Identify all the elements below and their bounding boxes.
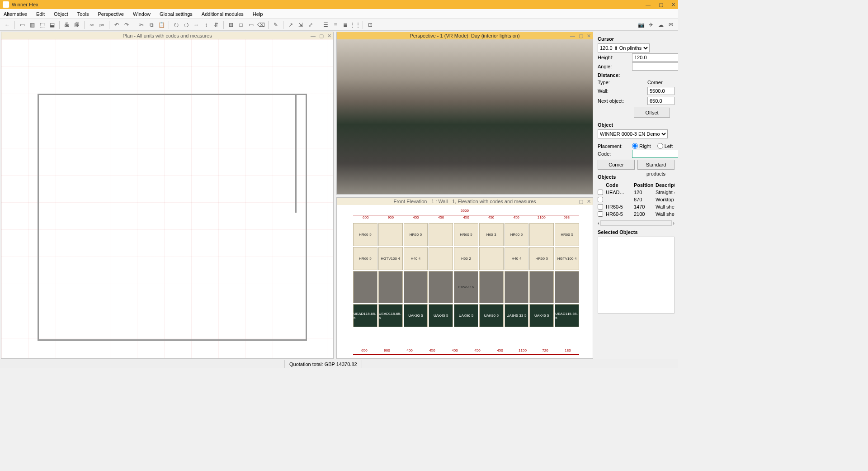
rect2-icon[interactable]: ▭ [246,20,255,29]
menu-alternative[interactable]: Alternative [4,11,27,17]
align-1-icon[interactable]: ☰ [321,20,330,29]
copy-icon[interactable]: ⧉ [147,20,156,29]
layout-3-icon[interactable]: ⬚ [38,20,47,29]
offset-button[interactable]: Offset [634,108,670,118]
redo-icon[interactable]: ↷ [122,20,131,29]
table-row[interactable]: UEAD…120Straight corner ba [598,189,675,196]
paste-icon[interactable]: 📋 [157,20,166,29]
flip-h-icon[interactable]: ↔ [192,20,201,29]
table-row[interactable]: 870Worktop [598,196,675,203]
row-checkbox[interactable] [598,190,603,195]
toolbar-sep [84,21,85,29]
send-icon[interactable]: ✈ [646,20,656,29]
placement-right-radio[interactable]: Right [632,143,651,149]
elev-dim: 900 [376,348,398,355]
row-position: 2100 [634,211,654,217]
corner-button[interactable]: Corner [598,160,635,170]
cut-icon[interactable]: ✂ [137,20,146,29]
scale-icon[interactable]: ⤢ [306,20,315,29]
camera-icon[interactable]: 📷 [637,20,646,29]
scroll-track[interactable] [600,220,672,226]
pn-button[interactable]: pn [97,20,106,29]
menu-additional-modules[interactable]: Additional modules [202,11,244,17]
row-code: UEAD… [606,190,632,195]
table-row[interactable]: HR60-52100Wall shelving, 2 a [598,210,675,218]
selected-objects-list[interactable] [598,237,675,314]
elev-dim: 650 [353,348,376,355]
angle-input[interactable] [632,62,678,71]
persp-close-icon[interactable]: ✕ [587,33,591,39]
elev-cell [353,271,377,303]
next-input[interactable] [647,97,675,105]
elev-dim: 598 [554,215,580,221]
minimize-icon[interactable]: — [646,2,651,8]
menu-edit[interactable]: Edit [36,11,45,17]
perspective-canvas[interactable] [337,39,593,194]
row-checkbox[interactable] [598,211,603,217]
elev-max-icon[interactable]: ▢ [579,199,583,205]
plan-max-icon[interactable]: ▢ [319,33,324,39]
misc-icon[interactable]: ⊡ [366,20,375,29]
plan-close-icon[interactable]: ✕ [327,33,331,39]
placement-left-radio[interactable]: Left [657,143,673,149]
sc-button[interactable]: sc [87,20,96,29]
layout-1-icon[interactable]: ▭ [18,20,27,29]
elevation-window-title[interactable]: Front Elevation - 1 : Wall - 1, Elevatio… [337,198,593,205]
toolbar: ← ▭ ▥ ⬚ ⬓ 🖶 🗐 sc pn ↶ ↷ ✂ ⧉ 📋 ⭮ ⭯ ↔ ↕ ⇵ … [0,19,678,31]
delete-icon[interactable]: ⌫ [256,20,265,29]
elev-min-icon[interactable]: — [570,199,575,205]
rotate-left-icon[interactable]: ⭮ [172,20,181,29]
menu-tools[interactable]: Tools [77,11,89,17]
menu-help[interactable]: Help [253,11,263,17]
back-button[interactable]: ← [3,20,12,29]
height-label: Height: [598,55,629,60]
layout-2-icon[interactable]: ▥ [28,20,37,29]
print-batch-icon[interactable]: 🗐 [72,20,81,29]
perspective-window-title[interactable]: Perspective - 1 (VR Mode): Day (interior… [337,32,593,39]
plan-window-title[interactable]: Plan - All units with codes and measures… [1,32,333,39]
wall-label: Wall: [598,88,629,94]
scroll-right-icon[interactable]: › [673,220,675,226]
rotate-right-icon[interactable]: ⭯ [182,20,191,29]
elev-cell: H60-2 [454,247,478,270]
elev-cell: UEAD115-65-5 [555,304,579,327]
align-4-icon[interactable]: ⋮⋮ [351,20,360,29]
menu-global-settings[interactable]: Global settings [160,11,193,17]
row-checkbox[interactable] [598,204,603,209]
close-icon[interactable]: ✕ [671,2,675,8]
menu-window[interactable]: Window [133,11,151,17]
cloud-icon[interactable]: ☁ [656,20,665,29]
align-3-icon[interactable]: ≣ [341,20,350,29]
catalogue-select[interactable]: WINNER 0000-3 EN Demo [598,129,668,138]
wall-input[interactable] [647,87,675,95]
print-icon[interactable]: 🖶 [62,20,71,29]
standard-products-button[interactable]: Standard products [637,160,675,170]
menu-perspective[interactable]: Perspective [98,11,123,17]
layout-4-icon[interactable]: ⬓ [47,20,57,29]
table-row[interactable]: HR60-51470Wall shelving, 2 a [598,203,675,210]
move-icon[interactable]: ⇲ [296,20,305,29]
row-checkbox[interactable] [598,197,603,202]
rect-icon[interactable]: □ [236,20,245,29]
properties-panel: Cursor 120.0 ⬆ On plinths Height: Angle:… [594,31,678,360]
pointer-icon[interactable]: ↗ [286,20,295,29]
height-input[interactable] [632,53,678,62]
code-input[interactable] [632,150,678,158]
elevation-canvas[interactable]: 5500 6509004504504504504501100598 HR60-5… [337,205,593,358]
scroll-left-icon[interactable]: ‹ [598,220,599,226]
swap-icon[interactable]: ⇵ [212,20,221,29]
plan-min-icon[interactable]: — [311,33,316,39]
elev-close-icon[interactable]: ✕ [587,199,591,205]
flip-v-icon[interactable]: ↕ [202,20,211,29]
undo-icon[interactable]: ↶ [112,20,121,29]
menu-object[interactable]: Object [54,11,68,17]
persp-max-icon[interactable]: ▢ [579,33,583,39]
edit-icon[interactable]: ✎ [271,20,280,29]
cursor-mode-select[interactable]: 120.0 ⬆ On plinths [598,43,650,52]
persp-min-icon[interactable]: — [570,33,575,39]
plan-canvas[interactable] [1,39,333,358]
grid-icon[interactable]: ⊞ [226,20,236,29]
align-2-icon[interactable]: ≡ [331,20,340,29]
mail-icon[interactable]: ✉ [666,20,675,29]
maximize-icon[interactable]: ▢ [659,2,663,8]
